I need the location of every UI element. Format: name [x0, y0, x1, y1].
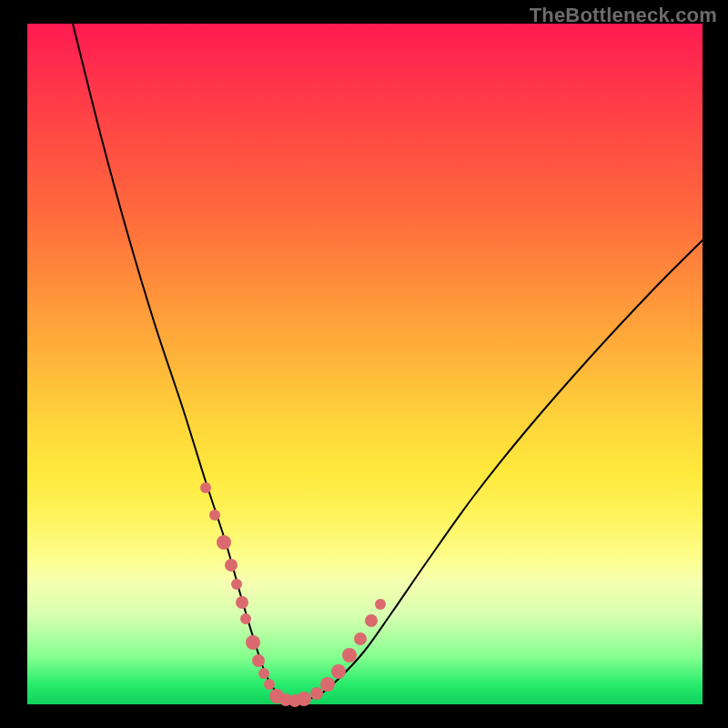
highlight-dots-group — [200, 482, 386, 707]
highlight-dot — [200, 482, 211, 493]
highlight-dot — [236, 596, 248, 609]
highlight-dot — [375, 599, 386, 610]
highlight-dot — [354, 632, 367, 645]
highlight-dot — [258, 668, 269, 679]
highlight-dot — [246, 635, 260, 650]
highlight-dot — [365, 614, 378, 627]
highlight-dot — [297, 692, 311, 706]
chart-frame: TheBottleneck.com — [0, 0, 728, 728]
highlight-dot — [240, 613, 251, 624]
highlight-dot — [331, 664, 346, 679]
highlight-dot — [342, 648, 357, 662]
highlight-dot — [264, 679, 275, 690]
highlight-dot — [231, 579, 242, 590]
highlight-dot — [225, 559, 238, 571]
bottleneck-curve — [73, 24, 703, 702]
highlight-dot — [310, 687, 323, 700]
highlight-dot — [217, 535, 231, 550]
curve-svg — [27, 24, 703, 704]
highlight-dot — [320, 677, 335, 692]
watermark-label: TheBottleneck.com — [530, 4, 717, 27]
highlight-dot — [252, 654, 265, 667]
highlight-dot — [209, 510, 220, 521]
plot-area — [27, 24, 703, 704]
